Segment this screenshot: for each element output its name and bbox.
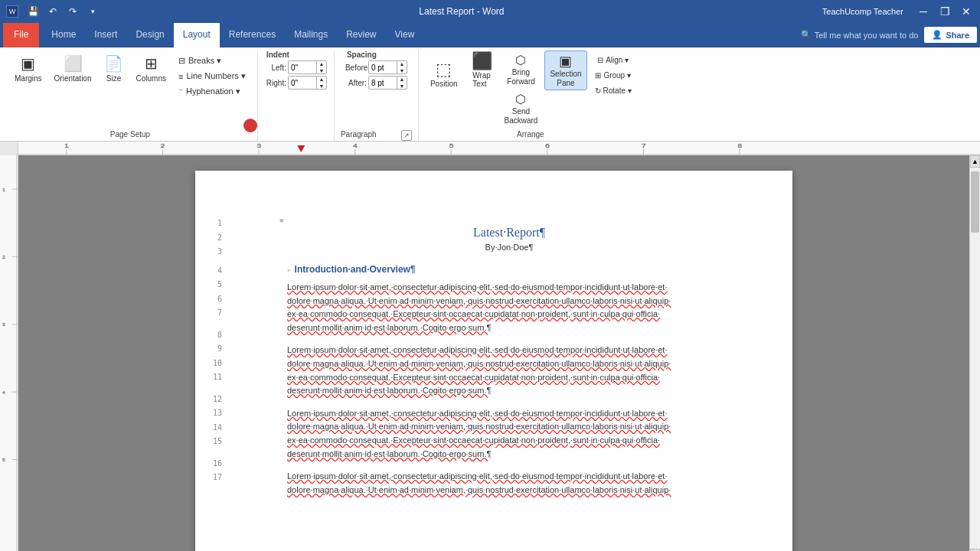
tab-home[interactable]: Home <box>42 23 85 47</box>
paragraph-1[interactable]: Lorem·ipsum·dolor·sit·amet,·consectetur·… <box>287 281 731 334</box>
spacing-after-label: After: <box>345 79 367 87</box>
send-backward-icon: ⬡ <box>515 92 526 106</box>
size-button[interactable]: 📄 Size <box>99 51 129 87</box>
document-title-text[interactable]: Latest·Report¶ <box>287 226 731 240</box>
tab-file[interactable]: File <box>3 23 39 47</box>
tab-design[interactable]: Design <box>126 23 173 47</box>
group-icon: ⊞ <box>595 71 601 80</box>
minimize-button[interactable]: ─ <box>916 4 931 19</box>
indent-left-spinbox[interactable]: ▲ ▼ <box>288 60 327 74</box>
redo-button[interactable]: ↷ <box>64 3 81 20</box>
paragraph-4[interactable]: Lorem·ipsum·dolor·sit·amet,·consectetur·… <box>287 470 731 497</box>
margins-button[interactable]: ▣ Margins <box>9 51 47 87</box>
search-icon: 🔍 <box>801 30 812 40</box>
margins-icon: ▣ <box>21 54 35 73</box>
bring-forward-icon: ⬡ <box>515 53 526 67</box>
breaks-button[interactable]: ⊟ Breaks ▾ <box>173 54 251 68</box>
orientation-icon: ⬜ <box>64 54 83 73</box>
tell-me-input[interactable]: 🔍 Tell me what you want to do <box>795 28 925 41</box>
group-arrange: ⬚ Position ⬛ WrapText ⬡ BringForward <box>419 51 642 141</box>
arrange-col-5: ⊟ Align ▾ ⊞ Group ▾ ↻ Rotate ▾ <box>590 51 636 97</box>
spacing-content: Spacing Before: ▲ ▼ After: <box>345 51 407 128</box>
rotate-button[interactable]: ↻ Rotate ▾ <box>590 84 636 97</box>
align-button[interactable]: ⊟ Align ▾ <box>593 54 633 67</box>
paragraph-2[interactable]: Lorem·ipsum·dolor·sit·amet,·consectetur·… <box>287 344 731 397</box>
indent-right-input[interactable] <box>289 77 316 89</box>
breaks-icon: ⊟ <box>178 56 185 66</box>
document-author-text[interactable]: By·Jon·Doe¶ <box>287 243 731 252</box>
ruler-horizontal: 1 2 3 4 5 6 7 8 <box>18 142 980 155</box>
restore-button[interactable]: ❐ <box>937 4 952 19</box>
tab-mailings[interactable]: Mailings <box>285 23 337 47</box>
arrange-col-2: ⬛ WrapText <box>466 51 498 90</box>
spacing-before-input[interactable] <box>369 61 397 73</box>
arrange-col-4: ▣ SelectionPane <box>544 51 586 90</box>
spacing-after-spinbox[interactable]: ▲ ▼ <box>368 76 407 90</box>
save-button[interactable]: 💾 <box>24 3 41 20</box>
undo-button[interactable]: ↶ <box>44 3 61 20</box>
page-setup-buttons: ▣ Margins ⬜ Orientation 📄 Size ⊞ Columns <box>9 51 251 128</box>
bring-forward-button[interactable]: ⬡ BringForward <box>503 51 539 89</box>
vertical-scrollbar[interactable]: ▲ ▼ <box>969 155 980 551</box>
svg-text:5: 5 <box>449 142 454 149</box>
position-button[interactable]: ⬚ Position <box>425 51 463 90</box>
columns-button[interactable]: ⊞ Columns <box>131 51 172 87</box>
close-button[interactable]: ✕ <box>959 4 974 19</box>
indent-label: Indent <box>265 51 327 59</box>
indent-right-up[interactable]: ▲ <box>317 76 326 83</box>
paragraph-launcher-button[interactable]: ↗ <box>401 130 412 141</box>
hyphenation-button[interactable]: ⁻ Hyphenation ▾ <box>173 84 251 99</box>
indent-right-down[interactable]: ▼ <box>317 83 326 90</box>
spacing-after-down[interactable]: ▼ <box>397 83 407 90</box>
indent-right-spinbox[interactable]: ▲ ▼ <box>288 76 327 90</box>
document-content[interactable]: ■ Latest·Report¶ By·Jon·Doe¶ ▪ Introduct… <box>287 217 731 497</box>
indent-left-input[interactable] <box>289 61 316 73</box>
document-heading[interactable]: ▪ Introduction·and·Overview¶ <box>287 264 731 275</box>
indent-left-down[interactable]: ▼ <box>317 67 326 74</box>
group-spacing: Spacing Before: ▲ ▼ After: <box>335 51 419 141</box>
group-objects-button[interactable]: ⊞ Group ▾ <box>590 69 635 82</box>
indent-right-label: Right: <box>265 79 286 87</box>
selection-pane-icon: ▣ <box>559 53 572 70</box>
svg-text:3: 3 <box>2 321 5 327</box>
selection-pane-button[interactable]: ▣ SelectionPane <box>544 51 586 90</box>
wrap-text-button[interactable]: ⬛ WrapText <box>466 51 498 90</box>
share-button[interactable]: 👤 Share <box>924 27 977 43</box>
title-bar: W 💾 ↶ ↷ ▾ Latest Report - Word TeachUcom… <box>0 0 980 23</box>
svg-rect-19 <box>1 155 17 551</box>
heading-bullet: ▪ <box>287 266 289 274</box>
svg-text:6: 6 <box>545 142 550 149</box>
tab-insert[interactable]: Insert <box>85 23 126 47</box>
scroll-up-button[interactable]: ▲ <box>970 155 980 168</box>
document[interactable]: 1 2 3 4 5 6 7 8 9 10 11 12 13 14 15 16 1 <box>195 171 792 551</box>
tab-view[interactable]: View <box>386 23 424 47</box>
indent-right-arrows: ▲ ▼ <box>316 76 326 90</box>
paragraph-3[interactable]: Lorem·ipsum·dolor·sit·amet,·consectetur·… <box>287 407 731 461</box>
spacing-after-input[interactable] <box>369 77 397 89</box>
page-setup-label: Page Setup <box>110 128 150 141</box>
spacing-before-row: Before: ▲ ▼ <box>345 60 407 74</box>
line-numbers-icon: ≡ <box>178 72 183 81</box>
tab-references[interactable]: References <box>220 23 285 47</box>
spacing-before-up[interactable]: ▲ <box>397 60 407 67</box>
spacing-label: Spacing <box>345 51 407 59</box>
spacing-before-spinbox[interactable]: ▲ ▼ <box>368 60 407 74</box>
indent-left-label: Left: <box>265 64 286 72</box>
arrange-col-3: ⬡ BringForward ⬡ SendBackward <box>501 51 542 128</box>
tab-layout[interactable]: Layout <box>174 23 220 47</box>
user-name: TeachUcomp Teacher <box>822 7 903 16</box>
spacing-before-down[interactable]: ▼ <box>397 67 407 74</box>
customize-qat-button[interactable]: ▾ <box>84 3 101 20</box>
svg-text:1: 1 <box>2 187 5 192</box>
title-bar-left: W 💾 ↶ ↷ ▾ <box>6 3 101 20</box>
indent-left-up[interactable]: ▲ <box>317 60 326 67</box>
ribbon-tab-bar: File Home Insert Design Layout Reference… <box>0 23 980 47</box>
tab-review[interactable]: Review <box>337 23 385 47</box>
scroll-thumb-v[interactable] <box>971 171 979 233</box>
spacing-after-up[interactable]: ▲ <box>397 76 407 83</box>
line-numbers-button[interactable]: ≡ Line Numbers ▾ <box>173 69 251 83</box>
send-backward-button[interactable]: ⬡ SendBackward <box>501 90 542 128</box>
align-icon: ⊟ <box>597 56 603 64</box>
orientation-button[interactable]: ⬜ Orientation <box>49 51 97 87</box>
scroll-track-v[interactable] <box>970 168 980 549</box>
